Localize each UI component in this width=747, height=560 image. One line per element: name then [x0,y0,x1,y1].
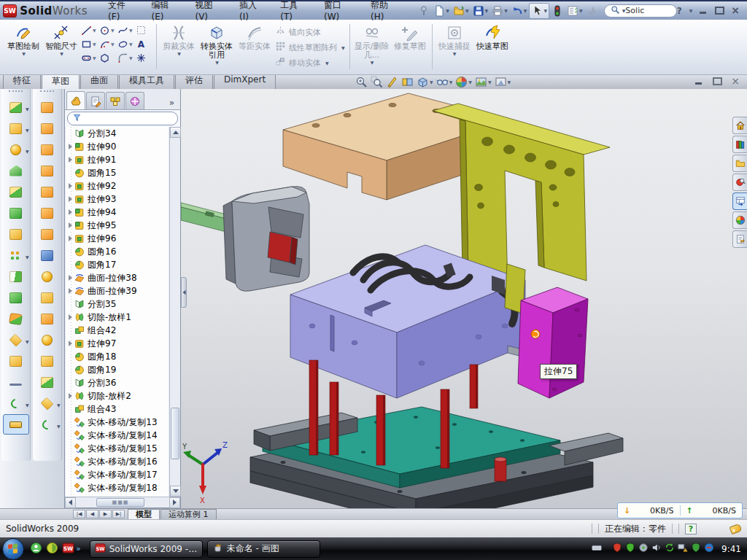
view-orientation-icon[interactable] [401,76,414,88]
scroll-up-button[interactable] [170,127,181,138]
curve-icon[interactable]: ▼ [3,393,29,413]
sketch-fillet-tool-icon[interactable] [117,52,129,64]
dropdown-arrow-icon[interactable]: ▼ [22,51,26,56]
hole-wizard-icon[interactable] [3,224,29,244]
tree-item[interactable]: 实体-移动/复制17 [66,468,169,481]
expander-icon[interactable] [66,288,74,294]
close-button[interactable]: × [731,7,740,15]
reference-geometry-icon[interactable]: ▼ [34,393,61,413]
tree-item[interactable]: 圆角16 [66,245,169,258]
trim-entities-button[interactable]: 剪裁实体▼ [160,23,198,57]
dropdown-arrow-icon[interactable]: ▼ [111,42,117,47]
dropdown-arrow-icon[interactable]: ▼ [488,79,492,85]
tree-item[interactable]: 圆角15 [66,166,169,179]
open-icon[interactable]: ▼ [452,3,471,19]
tree-item[interactable]: 切除-放样1 [66,311,169,324]
tree-item[interactable]: 实体-移动/复制18 [66,481,169,494]
sheet-nav-button[interactable]: ◀ [86,510,98,518]
flex-icon[interactable] [34,97,61,117]
expander-icon[interactable] [66,341,74,346]
extend-surface-icon[interactable] [34,351,61,371]
tag-icon[interactable] [729,523,743,534]
tree-item[interactable]: 实体-移动/复制16 [66,455,169,468]
sketch-button[interactable]: 草图绘制▼ [4,23,42,57]
point-tool-icon[interactable] [135,52,147,64]
tree-item[interactable]: 拉伸95 [66,219,169,232]
zoom-area-icon[interactable] [371,76,383,88]
boundary-surface-icon[interactable] [34,182,61,202]
reference-point-icon[interactable]: ▼ [3,330,29,350]
configuration-manager-tab[interactable] [106,92,125,109]
dropdown-arrow-icon[interactable]: ▼ [453,51,457,56]
quick-snaps-button[interactable]: 快速捕捉▼ [436,23,473,57]
extruded-boss-icon[interactable]: ▼ [3,97,29,117]
tree-item[interactable]: 拉伸92 [66,179,169,192]
expander-icon[interactable] [66,222,74,228]
sheet-nav-button[interactable]: ▶ [99,510,112,518]
update-icon[interactable] [638,542,649,555]
help-button[interactable]: ? [677,6,682,16]
menu-item[interactable]: 编辑(E) [144,0,186,24]
expander-icon[interactable] [66,144,74,149]
part-clamp-block[interactable] [223,187,309,292]
scroll-down-button[interactable] [170,486,181,497]
offset-entities-button[interactable]: 等距实体 [236,23,274,52]
slot-tool-icon[interactable] [80,52,93,64]
convert-entities-button[interactable]: 转换实体引用▼ [198,23,236,66]
expander-icon[interactable] [66,275,74,281]
dropdown-arrow-icon[interactable]: ▼ [430,79,433,85]
doc-tab-运动算例 1[interactable]: 运动算例 1 [160,509,217,519]
tab-曲面[interactable]: 曲面 [80,73,118,89]
taskbar-clock[interactable]: 9:41 [721,544,741,554]
edit-appearance-icon[interactable]: ▼ [455,76,472,88]
part-stop-pin[interactable] [495,457,506,481]
scroll-left-button[interactable] [65,497,76,508]
doc-minimize-button[interactable] [694,77,704,85]
tree-item[interactable]: 圆角17 [66,258,169,271]
options-icon[interactable]: ▼ [565,3,584,19]
sheet-nav-button[interactable]: |◀ [73,510,85,518]
print-icon[interactable]: ▼ [490,3,509,19]
dropdown-arrow-icon[interactable]: ▼ [129,42,135,47]
linear-sketch-pattern-button[interactable]: 线性草图阵列▼ [274,41,347,54]
rectangle-tool-icon[interactable] [80,38,93,50]
scroll-thumb[interactable]: ■■■ [96,498,144,507]
undo-icon[interactable]: ▼ [510,3,529,19]
dropdown-arrow-icon[interactable]: ▼ [129,28,135,33]
dropdown-arrow-icon[interactable]: ▼ [26,106,29,112]
dropdown-arrow-icon[interactable]: ▼ [446,8,449,13]
view-settings-icon[interactable]: ▼ [495,76,511,88]
search-input[interactable]: ▼ Solic [604,4,677,18]
minimize-button[interactable] [699,7,708,15]
dropdown-arrow-icon[interactable]: ▼ [371,60,374,65]
start-button[interactable] [2,538,24,560]
select-icon[interactable]: ▼ [529,3,549,19]
dropdown-arrow-icon[interactable]: ▼ [543,8,547,13]
tree-horizontal-scrollbar[interactable]: ■■■ [65,497,180,508]
hide-show-items-icon[interactable]: ▼ [436,76,453,88]
shell-icon[interactable] [3,160,29,181]
mirror-entities-button[interactable]: 镜向实体 [274,26,347,39]
polygon-tool-icon[interactable] [98,52,111,64]
delete-face-icon[interactable] [34,330,61,350]
split-icon[interactable] [3,266,29,287]
freeform-icon[interactable] [34,245,61,265]
tree-item[interactable]: 拉伸93 [66,192,169,206]
messenger-icon[interactable] [30,542,42,556]
quick-launch-overflow[interactable]: » [76,544,81,553]
scroll-thumb[interactable] [171,408,179,459]
network-warning-icon[interactable]: ! [678,542,688,555]
instant3d-icon[interactable] [3,414,29,435]
dropdown-arrow-icon[interactable]: ▼ [57,424,61,429]
tree-item[interactable]: 实体-移动/复制13 [66,416,169,429]
panel-splitter-handle[interactable] [181,277,187,308]
dropdown-arrow-icon[interactable]: ▼ [579,8,583,13]
graphics-viewport[interactable]: Y Z X 拉伸75 [181,89,747,508]
expander-icon[interactable] [66,196,74,202]
smart-dimension-button[interactable]: 智能尺寸▼ [42,23,80,57]
dropdown-arrow-icon[interactable]: ▼ [325,61,329,66]
surface-fillet-icon[interactable] [34,266,61,287]
task-button[interactable]: 未命名 - 画图 [207,540,320,558]
text-tool-icon[interactable]: A [135,38,147,50]
dropdown-arrow-icon[interactable]: ▼ [26,402,29,408]
